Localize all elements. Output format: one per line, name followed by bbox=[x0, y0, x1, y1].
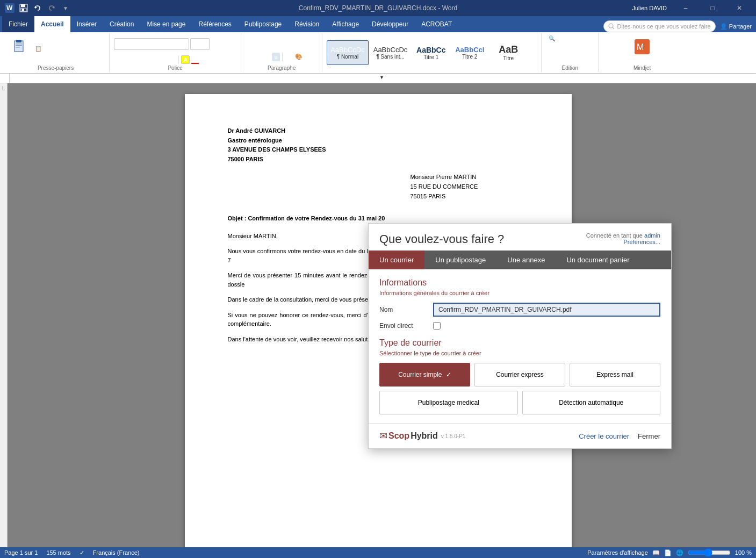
font-size-select[interactable]: 11 ▼ bbox=[190, 38, 210, 50]
subscript-button[interactable]: x₂ bbox=[156, 55, 165, 64]
coller-button[interactable]: Coller bbox=[6, 36, 31, 62]
view-web-icon[interactable]: 🌐 bbox=[676, 549, 683, 556]
language[interactable]: Français (France) bbox=[93, 549, 140, 556]
creer-courrier-button[interactable]: Créer le courrier bbox=[579, 432, 629, 440]
increase-indent-btn[interactable]: ⇥ bbox=[287, 37, 297, 46]
tab-acrobat[interactable]: ACROBAT bbox=[415, 16, 458, 32]
font-color-btn[interactable]: A bbox=[191, 55, 199, 64]
spell-check-icon[interactable]: ✓ bbox=[80, 549, 84, 556]
window-title: Confirm_RDV_PMARTIN_DR_GUIVARCH.docx - W… bbox=[299, 4, 457, 12]
clear-format-btn[interactable]: A✕ bbox=[223, 45, 236, 54]
fermer-button[interactable]: Fermer bbox=[638, 432, 660, 440]
undo-button[interactable] bbox=[32, 3, 43, 13]
restore-button[interactable]: □ bbox=[700, 0, 725, 16]
superscript-button[interactable]: x² bbox=[167, 55, 176, 64]
vert-mark[interactable]: L bbox=[2, 85, 5, 91]
justify-btn[interactable]: ≡ bbox=[272, 53, 279, 61]
tab-creation[interactable]: Création bbox=[103, 16, 140, 32]
clipboard-small-btns: ✂ Couper 📋 Copier 🖌 Reproduire la mise e… bbox=[32, 36, 105, 62]
tab-publipostage[interactable]: Publipostage bbox=[238, 16, 288, 32]
view-params[interactable]: Paramètres d'affichage bbox=[587, 549, 648, 556]
close-button[interactable]: ✕ bbox=[727, 0, 752, 16]
borders-btn[interactable]: ⊞ bbox=[306, 52, 315, 61]
clipboard-row: Coller ✂ Couper 📋 Copier 🖌 Reproduire la… bbox=[6, 34, 105, 64]
font-family-select[interactable]: Calibri (Corp ▼ bbox=[114, 38, 189, 50]
type-express-mail[interactable]: Express mail bbox=[570, 363, 660, 387]
font-grow-btn[interactable]: A↑ bbox=[211, 34, 223, 44]
couper-button[interactable]: ✂ Couper bbox=[32, 36, 105, 44]
tab-une-annexe[interactable]: Une annexe bbox=[496, 251, 556, 269]
customize-qat[interactable]: ▼ bbox=[60, 3, 71, 13]
line-spacing-btn[interactable]: ↕ bbox=[285, 53, 292, 61]
share-button[interactable]: 👤 Partager bbox=[720, 23, 752, 30]
styles-expand[interactable]: ▼ bbox=[528, 58, 537, 65]
style-normal[interactable]: AaBbCcDc ¶ Normal bbox=[327, 40, 369, 65]
copier-button[interactable]: 📋 Copier bbox=[32, 45, 105, 53]
tab-revision[interactable]: Révision bbox=[288, 16, 326, 32]
tab-un-document-panier[interactable]: Un document panier bbox=[556, 251, 640, 269]
style-titre1[interactable]: AaBbCc Titre 1 bbox=[412, 40, 450, 65]
shading-btn[interactable]: 🎨 bbox=[293, 52, 305, 61]
style-titre2[interactable]: AaBbCcl Titre 2 bbox=[451, 40, 488, 65]
tab-inserer[interactable]: Insérer bbox=[70, 16, 103, 32]
font-shrink-btn[interactable]: A↓ bbox=[224, 34, 236, 44]
style-sans-interligne[interactable]: AaBbCcDc ¶ Sans int... bbox=[370, 40, 412, 65]
redo-button[interactable] bbox=[46, 3, 57, 13]
ribbon-search[interactable]: Dites-nous ce que vous voulez faire bbox=[603, 20, 715, 32]
tab-references[interactable]: Références bbox=[192, 16, 237, 32]
styles-scroll-down[interactable]: ▼ bbox=[528, 49, 537, 56]
view-read-icon[interactable]: 📖 bbox=[652, 549, 660, 556]
save-button[interactable] bbox=[18, 3, 29, 13]
type-publipostage-medical[interactable]: Publipostage medical bbox=[379, 391, 518, 414]
type-courrier-simple[interactable]: Courrier simple ✓ bbox=[379, 363, 470, 387]
connected-label: Connecté en tant que bbox=[586, 232, 643, 239]
show-marks-btn[interactable]: ¶ bbox=[310, 37, 318, 46]
align-right-btn[interactable]: ≡ bbox=[263, 53, 271, 61]
type-courrier-express[interactable]: Courrier express bbox=[474, 363, 565, 387]
type-detection-automatique[interactable]: Détection automatique bbox=[522, 391, 661, 414]
decrease-indent-btn[interactable]: ⇤ bbox=[277, 37, 286, 46]
underline-button[interactable]: S bbox=[131, 55, 139, 64]
envoi-direct-checkbox[interactable] bbox=[433, 322, 441, 330]
numbering-btn[interactable]: 1. bbox=[256, 37, 265, 46]
align-left-btn[interactable]: ≡ bbox=[246, 53, 253, 61]
multilevel-btn[interactable]: ⊞ bbox=[267, 37, 276, 46]
modal-title: Que voulez-vous faire ? bbox=[379, 232, 504, 246]
tab-developpeur[interactable]: Développeur bbox=[365, 16, 415, 32]
change-case-btn[interactable]: Aa bbox=[211, 45, 222, 54]
modal-dialog[interactable]: Que voulez-vous faire ? Connecté en tant… bbox=[368, 223, 672, 449]
rechercher-button[interactable]: 🔍 Rechercher ▼ bbox=[546, 34, 594, 42]
letter-subject[interactable]: Objet : Confirmation de votre Rendez-vou… bbox=[228, 214, 529, 223]
align-center-btn[interactable]: ≡ bbox=[255, 53, 262, 61]
sort-btn[interactable]: ↕A bbox=[298, 37, 309, 46]
styles-scroll-up[interactable]: ▲ bbox=[528, 40, 537, 47]
admin-link[interactable]: admin bbox=[644, 232, 660, 239]
modal-header: Que voulez-vous faire ? Connecté en tant… bbox=[369, 224, 671, 251]
bullets-btn[interactable]: ≡• bbox=[246, 37, 255, 46]
strikethrough-button[interactable]: abc bbox=[140, 55, 155, 64]
style-titre[interactable]: AaB Titre bbox=[489, 40, 527, 65]
italic-button[interactable]: I bbox=[124, 55, 130, 64]
tab-affichage[interactable]: Affichage bbox=[326, 16, 365, 32]
highlight-btn[interactable]: A bbox=[181, 55, 190, 64]
sender-block: Dr André GUIVARCH Gastro entérologue 3 A… bbox=[228, 126, 529, 164]
view-print-icon[interactable]: 📄 bbox=[664, 549, 672, 556]
tab-accueil[interactable]: Accueil bbox=[34, 16, 70, 32]
word-icon: W bbox=[4, 3, 15, 13]
tab-mise-en-page[interactable]: Mise en page bbox=[140, 16, 192, 32]
group-police: Calibri (Corp ▼ 11 ▼ A↑ A↓ Aa A✕ bbox=[110, 33, 241, 72]
zoom-slider[interactable] bbox=[688, 549, 731, 556]
tab-un-courrier[interactable]: Un courrier bbox=[369, 251, 424, 269]
nom-input[interactable] bbox=[433, 303, 660, 317]
tab-un-publipostage[interactable]: Un publipostage bbox=[424, 251, 496, 269]
reproduire-button[interactable]: 🖌 Reproduire la mise en forme bbox=[32, 53, 105, 61]
tab-fichier[interactable]: Fichier bbox=[2, 16, 34, 32]
group-paragraphe: ≡• 1. ⊞ ⇤ ⇥ ↕A ¶ ≡ ≡ ≡ ≡ ↕ 🎨 ⊞ Paragraph… bbox=[241, 33, 322, 72]
preferences-link[interactable]: Préférences... bbox=[624, 239, 660, 245]
remplacer-button[interactable]: ⇄ Remplacer bbox=[546, 44, 583, 52]
bold-button[interactable]: G bbox=[114, 55, 123, 64]
mindmanager-button[interactable]: M Envoyer à la map MindManager bbox=[603, 37, 681, 62]
selectionner-button[interactable]: ↗ Sélectionner ▼ bbox=[546, 53, 594, 61]
minimize-button[interactable]: – bbox=[673, 0, 698, 16]
ribbon-content: Coller ✂ Couper 📋 Copier 🖌 Reproduire la… bbox=[0, 32, 756, 74]
